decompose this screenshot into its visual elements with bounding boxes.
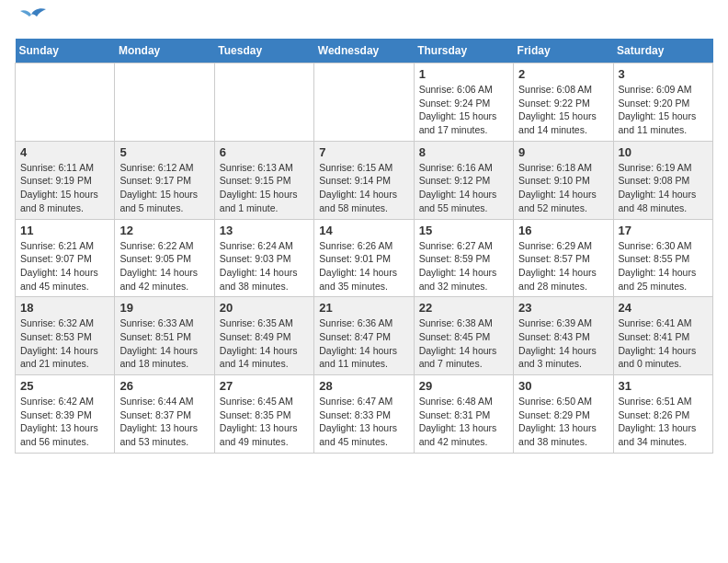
calendar-cell xyxy=(115,63,214,142)
day-info: Sunrise: 6:41 AM Sunset: 8:41 PM Dayligh… xyxy=(619,316,708,371)
calendar-cell: 5Sunrise: 6:12 AM Sunset: 9:17 PM Daylig… xyxy=(115,141,214,219)
calendar-cell: 24Sunrise: 6:41 AM Sunset: 8:41 PM Dayli… xyxy=(613,297,712,375)
day-number: 4 xyxy=(20,145,109,159)
calendar-cell: 6Sunrise: 6:13 AM Sunset: 9:15 PM Daylig… xyxy=(214,141,313,219)
day-number: 14 xyxy=(319,224,408,237)
day-number: 17 xyxy=(619,224,708,237)
calendar-week-row: 25Sunrise: 6:42 AM Sunset: 8:39 PM Dayli… xyxy=(16,375,713,454)
calendar-cell: 23Sunrise: 6:39 AM Sunset: 8:43 PM Dayli… xyxy=(514,297,613,375)
day-number: 27 xyxy=(220,379,309,393)
calendar-cell: 21Sunrise: 6:36 AM Sunset: 8:47 PM Dayli… xyxy=(314,297,414,375)
day-number: 25 xyxy=(20,379,109,393)
page-header xyxy=(15,15,713,28)
calendar-cell: 28Sunrise: 6:47 AM Sunset: 8:33 PM Dayli… xyxy=(314,375,414,454)
day-number: 16 xyxy=(518,224,608,237)
day-number: 20 xyxy=(220,301,309,315)
day-info: Sunrise: 6:22 AM Sunset: 9:05 PM Dayligh… xyxy=(119,239,209,293)
calendar-cell: 18Sunrise: 6:32 AM Sunset: 8:53 PM Dayli… xyxy=(16,297,115,375)
calendar-cell: 2Sunrise: 6:08 AM Sunset: 9:22 PM Daylig… xyxy=(514,63,613,142)
day-info: Sunrise: 6:29 AM Sunset: 8:57 PM Dayligh… xyxy=(518,239,608,293)
day-number: 1 xyxy=(419,67,508,81)
day-number: 9 xyxy=(518,145,608,159)
day-info: Sunrise: 6:12 AM Sunset: 9:17 PM Dayligh… xyxy=(119,161,209,215)
day-info: Sunrise: 6:15 AM Sunset: 9:14 PM Dayligh… xyxy=(319,161,408,215)
day-info: Sunrise: 6:18 AM Sunset: 9:10 PM Dayligh… xyxy=(518,161,608,215)
calendar-cell: 15Sunrise: 6:27 AM Sunset: 8:59 PM Dayli… xyxy=(414,219,513,297)
day-number: 7 xyxy=(319,145,408,159)
day-number: 31 xyxy=(619,379,708,393)
day-number: 10 xyxy=(619,145,708,159)
day-info: Sunrise: 6:11 AM Sunset: 9:19 PM Dayligh… xyxy=(20,161,109,215)
day-number: 8 xyxy=(419,145,508,159)
calendar-cell: 11Sunrise: 6:21 AM Sunset: 9:07 PM Dayli… xyxy=(16,219,115,297)
day-info: Sunrise: 6:06 AM Sunset: 9:24 PM Dayligh… xyxy=(419,83,508,137)
calendar-cell: 1Sunrise: 6:06 AM Sunset: 9:24 PM Daylig… xyxy=(414,63,513,142)
logo xyxy=(15,15,46,28)
day-number: 30 xyxy=(518,379,608,393)
day-number: 15 xyxy=(419,224,508,237)
day-number: 12 xyxy=(119,224,209,237)
calendar-cell: 26Sunrise: 6:44 AM Sunset: 8:37 PM Dayli… xyxy=(115,375,214,454)
day-info: Sunrise: 6:30 AM Sunset: 8:55 PM Dayligh… xyxy=(619,239,708,293)
day-info: Sunrise: 6:08 AM Sunset: 9:22 PM Dayligh… xyxy=(518,83,608,137)
day-number: 19 xyxy=(119,301,209,315)
day-header-saturday: Saturday xyxy=(613,39,712,63)
day-info: Sunrise: 6:45 AM Sunset: 8:35 PM Dayligh… xyxy=(220,395,309,449)
day-info: Sunrise: 6:19 AM Sunset: 9:08 PM Dayligh… xyxy=(619,161,708,215)
calendar-cell: 14Sunrise: 6:26 AM Sunset: 9:01 PM Dayli… xyxy=(314,219,414,297)
day-header-sunday: Sunday xyxy=(16,39,115,63)
day-info: Sunrise: 6:27 AM Sunset: 8:59 PM Dayligh… xyxy=(419,239,508,293)
calendar-cell: 27Sunrise: 6:45 AM Sunset: 8:35 PM Dayli… xyxy=(214,375,313,454)
day-info: Sunrise: 6:16 AM Sunset: 9:12 PM Dayligh… xyxy=(419,161,508,215)
calendar-cell: 13Sunrise: 6:24 AM Sunset: 9:03 PM Dayli… xyxy=(214,219,313,297)
day-header-monday: Monday xyxy=(115,39,214,63)
calendar-cell: 4Sunrise: 6:11 AM Sunset: 9:19 PM Daylig… xyxy=(16,141,115,219)
calendar-cell xyxy=(314,63,414,142)
day-number: 13 xyxy=(220,224,309,237)
day-info: Sunrise: 6:26 AM Sunset: 9:01 PM Dayligh… xyxy=(319,239,408,293)
calendar-cell: 20Sunrise: 6:35 AM Sunset: 8:49 PM Dayli… xyxy=(214,297,313,375)
calendar-cell: 22Sunrise: 6:38 AM Sunset: 8:45 PM Dayli… xyxy=(414,297,513,375)
calendar-cell: 16Sunrise: 6:29 AM Sunset: 8:57 PM Dayli… xyxy=(514,219,613,297)
calendar-cell: 31Sunrise: 6:51 AM Sunset: 8:26 PM Dayli… xyxy=(613,375,712,454)
day-info: Sunrise: 6:44 AM Sunset: 8:37 PM Dayligh… xyxy=(119,395,209,449)
calendar-week-row: 18Sunrise: 6:32 AM Sunset: 8:53 PM Dayli… xyxy=(16,297,713,375)
day-number: 18 xyxy=(20,301,109,315)
calendar-cell: 10Sunrise: 6:19 AM Sunset: 9:08 PM Dayli… xyxy=(613,141,712,219)
day-info: Sunrise: 6:35 AM Sunset: 8:49 PM Dayligh… xyxy=(220,316,309,371)
calendar-cell: 3Sunrise: 6:09 AM Sunset: 9:20 PM Daylig… xyxy=(613,63,712,142)
day-number: 21 xyxy=(319,301,408,315)
day-info: Sunrise: 6:42 AM Sunset: 8:39 PM Dayligh… xyxy=(20,395,109,449)
calendar-cell: 19Sunrise: 6:33 AM Sunset: 8:51 PM Dayli… xyxy=(115,297,214,375)
calendar-cell: 9Sunrise: 6:18 AM Sunset: 9:10 PM Daylig… xyxy=(514,141,613,219)
day-info: Sunrise: 6:36 AM Sunset: 8:47 PM Dayligh… xyxy=(319,316,408,371)
day-info: Sunrise: 6:47 AM Sunset: 8:33 PM Dayligh… xyxy=(319,395,408,449)
day-number: 3 xyxy=(619,67,708,81)
day-number: 29 xyxy=(419,379,508,393)
day-number: 2 xyxy=(518,67,608,81)
calendar-header-row: SundayMondayTuesdayWednesdayThursdayFrid… xyxy=(16,39,713,63)
day-number: 23 xyxy=(518,301,608,315)
calendar-cell: 25Sunrise: 6:42 AM Sunset: 8:39 PM Dayli… xyxy=(16,375,115,454)
calendar-cell: 7Sunrise: 6:15 AM Sunset: 9:14 PM Daylig… xyxy=(314,141,414,219)
calendar-week-row: 11Sunrise: 6:21 AM Sunset: 9:07 PM Dayli… xyxy=(16,219,713,297)
calendar-cell: 8Sunrise: 6:16 AM Sunset: 9:12 PM Daylig… xyxy=(414,141,513,219)
day-number: 11 xyxy=(20,224,109,237)
day-header-thursday: Thursday xyxy=(414,39,513,63)
day-info: Sunrise: 6:13 AM Sunset: 9:15 PM Dayligh… xyxy=(220,161,309,215)
day-info: Sunrise: 6:50 AM Sunset: 8:29 PM Dayligh… xyxy=(518,395,608,449)
day-number: 28 xyxy=(319,379,408,393)
day-number: 26 xyxy=(119,379,209,393)
calendar-week-row: 1Sunrise: 6:06 AM Sunset: 9:24 PM Daylig… xyxy=(16,63,713,142)
day-header-wednesday: Wednesday xyxy=(314,39,414,63)
day-info: Sunrise: 6:33 AM Sunset: 8:51 PM Dayligh… xyxy=(119,316,209,371)
calendar-cell xyxy=(16,63,115,142)
day-header-tuesday: Tuesday xyxy=(214,39,313,63)
calendar-cell: 30Sunrise: 6:50 AM Sunset: 8:29 PM Dayli… xyxy=(514,375,613,454)
day-number: 5 xyxy=(119,145,209,159)
calendar-cell: 12Sunrise: 6:22 AM Sunset: 9:05 PM Dayli… xyxy=(115,219,214,297)
day-info: Sunrise: 6:32 AM Sunset: 8:53 PM Dayligh… xyxy=(20,316,109,371)
calendar-cell: 17Sunrise: 6:30 AM Sunset: 8:55 PM Dayli… xyxy=(613,219,712,297)
day-info: Sunrise: 6:48 AM Sunset: 8:31 PM Dayligh… xyxy=(419,395,508,449)
logo-bird-icon xyxy=(17,7,46,28)
